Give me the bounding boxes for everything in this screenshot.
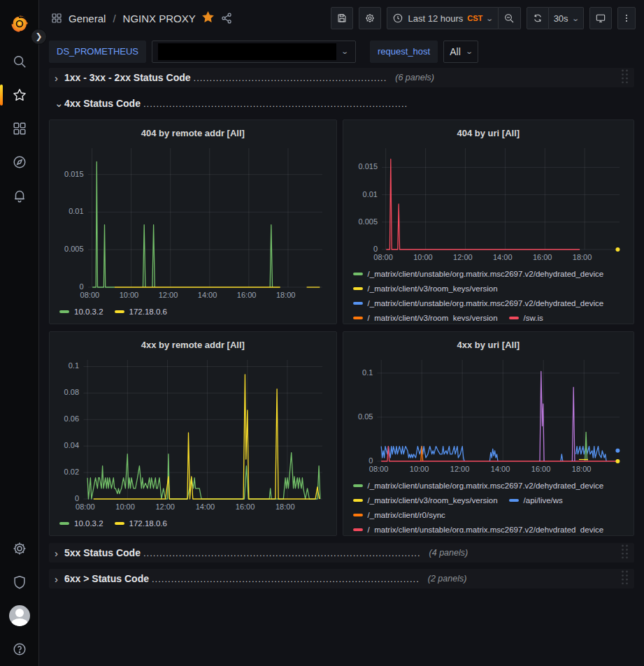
- time-range-label: Last 12 hours: [408, 13, 463, 24]
- sidebar-item-profile[interactable]: [0, 599, 39, 632]
- row-drag-handle-icon[interactable]: [621, 544, 629, 560]
- row-drag-handle[interactable]: [621, 544, 629, 563]
- time-picker-group: Last 12 hours CST ⌄: [387, 7, 520, 29]
- panel-chart: 00.0050.010.01508:0010:0012:0014:0016:00…: [350, 143, 627, 266]
- series-red: [386, 159, 580, 249]
- dashboard-row-4[interactable]: ›6xx > Status Code......................…: [49, 569, 634, 588]
- favorite-star-button[interactable]: [201, 10, 215, 27]
- legend-label: /sw.js: [524, 314, 543, 321]
- legend-item[interactable]: /_matrix/client/unstable/org.matrix.msc2…: [353, 296, 604, 310]
- chevron-down-icon: ⌄: [465, 48, 473, 55]
- ds-prometheus-select[interactable]: ⌄: [152, 41, 356, 63]
- row-chevron-icon: ›: [55, 547, 64, 559]
- row-panel-count: (6 panels): [395, 73, 434, 82]
- row-title: 4xx Status Code: [64, 98, 141, 109]
- refresh-button[interactable]: [527, 7, 549, 29]
- legend-label: /_matrix/client/unstable/org.matrix.msc2…: [368, 270, 604, 278]
- more-options-button[interactable]: [617, 7, 636, 29]
- row-drag-handle-icon[interactable]: [621, 68, 629, 85]
- dashboard-title[interactable]: NGINX PROXY: [123, 13, 196, 24]
- legend-chip: [353, 317, 363, 319]
- apps-icon: [50, 12, 63, 24]
- dashboard-row-3[interactable]: ›5xx Status Code........................…: [49, 543, 634, 563]
- zoom-out-button[interactable]: [499, 7, 521, 29]
- legend-label: 10.0.3.2: [74, 519, 103, 528]
- legend-item[interactable]: 172.18.0.6: [115, 304, 167, 319]
- clock-icon: [392, 13, 403, 24]
- dashboard-row-1[interactable]: ›1xx - 3xx - 2xx Status Code............…: [49, 68, 634, 87]
- legend-item[interactable]: /_matrix/client/unstable/org.matrix.msc2…: [353, 266, 604, 281]
- panel-title[interactable]: 4xx by remote addr [All]: [57, 335, 329, 354]
- dashboard-settings-button[interactable]: [359, 7, 381, 29]
- chart-canvas[interactable]: [350, 354, 627, 478]
- legend-item[interactable]: /_matrix/client/r0/sync: [353, 507, 445, 522]
- chart-canvas[interactable]: [57, 143, 329, 304]
- grafana-app: ❯ General / NGINX PROXY: [0, 0, 644, 666]
- panel-legend: 10.0.3.2172.18.0.6: [57, 516, 329, 533]
- sidebar-item-configuration[interactable]: [0, 532, 39, 565]
- dashboard-scroll-area[interactable]: ›1xx - 3xx - 2xx Status Code............…: [39, 66, 644, 666]
- sidebar-item-help[interactable]: [0, 632, 39, 666]
- panel-title[interactable]: 404 by uri [All]: [350, 124, 627, 143]
- sidebar-item-search[interactable]: [0, 45, 39, 78]
- explore-compass-icon: [12, 154, 27, 170]
- legend-item[interactable]: 10.0.3.2: [59, 516, 103, 530]
- legend-item[interactable]: /_matrix/client/v3/room_keys/version: [353, 493, 498, 507]
- share-icon[interactable]: [220, 12, 233, 24]
- legend-label: /_matrix/client/unstable/org.matrix.msc2…: [368, 482, 604, 490]
- request-host-value: All: [450, 46, 461, 57]
- panel-3: 4xx by remote addr [All]00.020.040.060.0…: [49, 331, 337, 536]
- refresh-interval-button[interactable]: 30s ⌄: [549, 7, 584, 29]
- breadcrumb: General / NGINX PROXY: [50, 10, 233, 27]
- legend-chip: [353, 528, 363, 531]
- legend-chip: [353, 302, 363, 305]
- legend-item[interactable]: 10.0.3.2: [59, 304, 103, 319]
- legend-label: 172.18.0.6: [129, 519, 167, 528]
- save-dashboard-button[interactable]: [331, 7, 353, 29]
- legend-item[interactable]: /sw.js: [509, 310, 543, 321]
- panel-legend: /_matrix/client/unstable/org.matrix.msc2…: [350, 266, 627, 321]
- legend-item[interactable]: /_matrix/client/unstable/org.matrix.msc2…: [353, 478, 604, 493]
- time-range-button[interactable]: Last 12 hours CST ⌄: [387, 7, 498, 29]
- legend-chip: [59, 522, 69, 525]
- zoom-out-icon: [503, 13, 515, 24]
- sidebar-expand-button[interactable]: ❯: [31, 29, 47, 45]
- legend-item[interactable]: 172.18.0.6: [115, 516, 167, 530]
- legend-label: 10.0.3.2: [74, 307, 103, 316]
- breadcrumb-separator: /: [111, 13, 117, 24]
- sidebar-item-explore[interactable]: [0, 145, 39, 179]
- sidebar-item-starred[interactable]: [0, 78, 39, 112]
- legend-chip: [59, 310, 69, 313]
- sidebar-item-alerting[interactable]: [0, 179, 39, 212]
- panel-chart: 00.020.040.060.080.108:0010:0012:0014:00…: [57, 354, 329, 516]
- row-drag-handle[interactable]: [621, 68, 629, 87]
- avatar: [9, 605, 30, 626]
- legend-item[interactable]: /_matrix/client/unstable/org.matrix.msc2…: [353, 522, 604, 533]
- dashboard-row-2[interactable]: ⌄4xx Status Code........................…: [49, 94, 634, 113]
- save-icon: [336, 13, 348, 24]
- breadcrumb-folder[interactable]: General: [69, 13, 106, 24]
- panel-title[interactable]: 4xx by uri [All]: [350, 335, 627, 354]
- sidebar-item-server-admin[interactable]: [0, 565, 39, 599]
- row-drag-handle[interactable]: [621, 570, 629, 588]
- chart-canvas[interactable]: [57, 354, 329, 516]
- legend-item[interactable]: /_matrix/client/v3/room_keys/version: [353, 281, 498, 296]
- legend-item[interactable]: /api/live/ws: [509, 493, 563, 507]
- kebab-menu-icon: [621, 13, 632, 24]
- row-chevron-icon: ›: [55, 573, 64, 585]
- tv-mode-button[interactable]: [589, 7, 612, 29]
- row-panel-count: (2 panels): [428, 574, 467, 584]
- sidebar-item-dashboards[interactable]: [0, 112, 39, 145]
- series-endpoint-marker: [615, 247, 620, 252]
- star-filled-icon: [201, 10, 215, 24]
- legend-label: 172.18.0.6: [129, 307, 167, 316]
- legend-chip: [509, 317, 519, 319]
- chart-canvas[interactable]: [350, 143, 627, 266]
- legend-item[interactable]: /_matrix/client/v3/room_keys/version: [353, 310, 498, 321]
- panel-title[interactable]: 404 by remote addr [All]: [57, 124, 329, 143]
- series-green: [270, 225, 272, 287]
- series-blue: [489, 449, 498, 461]
- request-host-select[interactable]: All ⌄: [443, 41, 478, 63]
- row-drag-handle-icon[interactable]: [621, 570, 629, 586]
- legend-label: /_matrix/client/unstable/org.matrix.msc2…: [368, 526, 604, 533]
